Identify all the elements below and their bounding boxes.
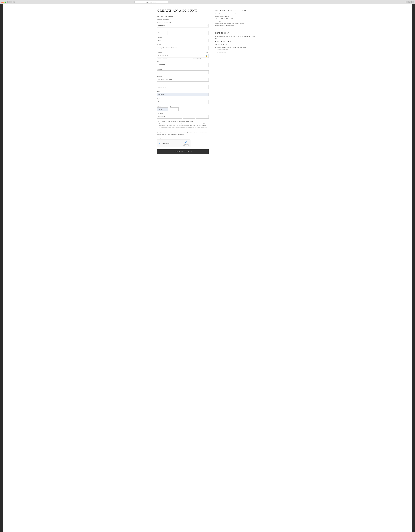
- state-label: State *: [157, 91, 209, 92]
- firstname-input[interactable]: [167, 31, 209, 35]
- firstname-label: First name *: [167, 29, 209, 31]
- required-note: * Required information: [157, 19, 209, 20]
- minimize-button[interactable]: [3, 1, 5, 3]
- state-input[interactable]: [157, 93, 209, 96]
- email-icon: ✉: [215, 51, 216, 53]
- email-field-group: Email *: [157, 44, 209, 50]
- cs-phone-item: ☎ Call 800-441-4488: [215, 44, 256, 46]
- company-label: Company: [157, 68, 209, 70]
- country-label: Please select your country *: [157, 22, 209, 23]
- lastname-input[interactable]: [157, 38, 209, 42]
- back-button[interactable]: ‹: [7, 1, 10, 3]
- address-input[interactable]: [157, 78, 209, 82]
- billing-section-title: Billing address: [157, 16, 209, 18]
- title-firstname-row: Title * Mr. Mrs. Ms. ▾ First name *: [157, 29, 209, 37]
- lastname-label: Last name *: [157, 37, 209, 38]
- new-tab-button[interactable]: +: [411, 1, 414, 3]
- cs-hours-item: ⊙ Monday to Friday: 9am - 6pm ET Thursda…: [215, 47, 256, 50]
- help-section: Here to help Have a question? You may fi…: [215, 32, 256, 53]
- firstname-field-group: First name *: [167, 29, 209, 35]
- hours-2: Saturday: 10am - 6pm ET: [217, 48, 230, 50]
- title-select[interactable]: Mr. Mrs. Ms.: [157, 31, 166, 35]
- cs-email-item: ✉ Send us an email: [215, 51, 256, 53]
- phone-label: Telephone number *: [157, 61, 209, 62]
- zip-plus-input[interactable]: [170, 107, 179, 111]
- benefit-6: Update your personal data: [215, 27, 256, 29]
- zip-field-group: Zip code * Zip +: [157, 105, 209, 111]
- terms-text: By creating an account, you agree to acc…: [157, 132, 209, 135]
- dob-field-group: Date of birth Select month JanuaryFebrua…: [157, 113, 209, 119]
- window-button[interactable]: ⊟: [13, 1, 15, 3]
- cs-hours-text: Monday to Friday: 9am - 6pm ET Thursday:…: [217, 47, 247, 50]
- zip-plus-group: Zip +: [170, 105, 179, 111]
- country-field-group: Please select your country * United Stat…: [157, 22, 209, 28]
- email-label: Email *: [157, 44, 209, 45]
- nav-buttons: ‹ ›: [7, 1, 12, 3]
- hours-1: Monday to Friday: 9am - 6pm ET Thursday:…: [217, 47, 247, 48]
- privacy-policy-link-2[interactable]: Privacy Policy: [172, 134, 179, 135]
- password-strength-label: Password Strength: [193, 58, 201, 59]
- faq-link[interactable]: FAQs: [240, 36, 242, 37]
- zip-row: Zip code * Zip +: [157, 105, 209, 111]
- recaptcha-left: ✓ I'm not a robot: [159, 142, 170, 145]
- address2-label: Address continued: [157, 83, 209, 85]
- close-button[interactable]: [1, 1, 3, 3]
- title-label: Title *: [157, 29, 166, 31]
- password-hints: Minimum 8 characters Password Strength: [157, 58, 209, 59]
- page-title: Create an account: [157, 9, 209, 12]
- maximize-button[interactable]: [5, 1, 7, 3]
- country-select[interactable]: United States: [157, 24, 209, 28]
- browser-actions: ⬆ ⊞ +: [405, 1, 414, 3]
- email-input[interactable]: [157, 46, 209, 50]
- recaptcha-checkmark: ✓: [159, 142, 161, 145]
- company-input[interactable]: [157, 70, 209, 74]
- why-intro: Thanks to your Hermès account, you will …: [215, 13, 256, 14]
- password-label: Password *: [157, 51, 163, 53]
- browser-chrome: ‹ › ⊟ https://hermes.com/ ⬆ ⊞ +: [0, 0, 415, 4]
- password-min-chars: Minimum 8 characters: [157, 58, 167, 59]
- address2-input[interactable]: [157, 85, 209, 89]
- page-wrapper: Create an account Billing address * Requ…: [3, 4, 412, 532]
- dob-month-select[interactable]: Select month JanuaryFebruaryMarch AprilM…: [157, 115, 182, 119]
- email-link[interactable]: Send us an email: [217, 51, 226, 53]
- password-toggle-icon[interactable]: 🔒: [206, 55, 208, 57]
- zip-input[interactable]: [157, 107, 168, 111]
- phone-link[interactable]: Call 800-441-4488: [218, 44, 227, 45]
- strength-bar-2: [203, 59, 205, 59]
- dob-day-input[interactable]: [183, 115, 195, 119]
- password-input[interactable]: [157, 54, 209, 58]
- recaptcha-box[interactable]: ✓ I'm not a robot ♻ reCAPTCHA Privacy - …: [157, 140, 191, 147]
- main-layout: Create an account Billing address * Requ…: [157, 9, 258, 154]
- address-label: Address *: [157, 76, 209, 77]
- title-field-group: Title * Mr. Mrs. Ms. ▾: [157, 29, 166, 35]
- newsletter-checkbox[interactable]: [157, 121, 158, 122]
- url-bar[interactable]: https://hermes.com/: [135, 1, 168, 3]
- benefit-1: Access your shopping cart: [215, 16, 256, 17]
- submit-button[interactable]: Create an account: [157, 149, 209, 154]
- terms-link[interactable]: General Terms and Conditions of Use: [179, 132, 195, 133]
- cs-email-text: Send us an email: [217, 51, 226, 53]
- phone-icon: ☎: [215, 44, 217, 45]
- newsletter-group: Yes, I'd like to receive the latest news…: [157, 120, 209, 122]
- duplicate-button[interactable]: ⊞: [408, 1, 411, 3]
- security-section: Security Check * ✓ I'm not a robot ♻ reC…: [157, 137, 209, 147]
- forward-button[interactable]: ›: [10, 1, 12, 3]
- dob-year-input[interactable]: [196, 115, 209, 119]
- dob-month-select-wrapper: Select month JanuaryFebruaryMarch AprilM…: [157, 115, 182, 119]
- strength-bar-4: [207, 59, 209, 59]
- city-input[interactable]: [157, 100, 209, 104]
- recaptcha-icon: ♻: [185, 141, 187, 144]
- cs-phone-text: Call 800-441-4488: [218, 44, 227, 46]
- password-show-link[interactable]: Show: [206, 51, 209, 53]
- strength-bar-3: [205, 59, 207, 59]
- password-strength: Password Strength: [193, 58, 209, 59]
- benefit-4: Access all your orders and download the …: [215, 22, 256, 24]
- security-label: Security Check *: [157, 137, 209, 139]
- recaptcha-label: I'm not a robot: [162, 142, 170, 144]
- privacy-policy-link-1[interactable]: Privacy Policy: [201, 125, 207, 126]
- dob-day-group: [183, 115, 195, 119]
- phone-input[interactable]: [157, 63, 209, 67]
- dob-label: Date of birth: [157, 113, 209, 114]
- share-button[interactable]: ⬆: [405, 1, 408, 3]
- phone-field-group: Telephone number *: [157, 61, 209, 67]
